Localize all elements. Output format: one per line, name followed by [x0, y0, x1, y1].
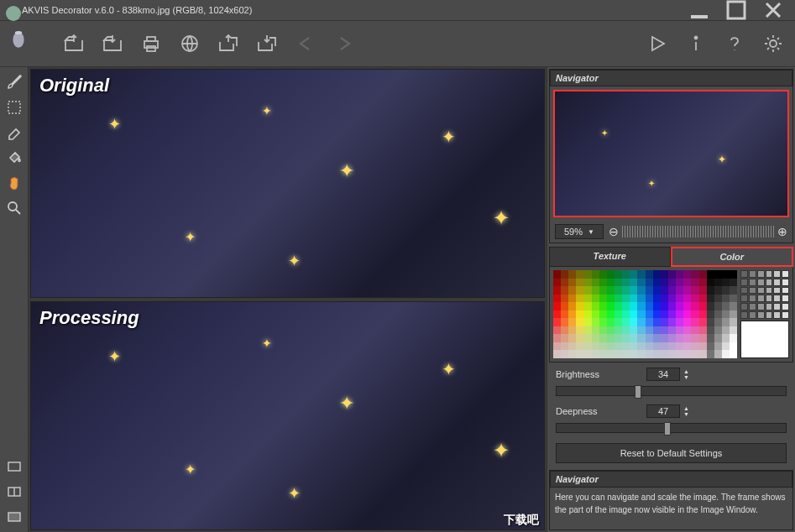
original-viewport[interactable]: ✦ ✦ ✦ ✦ ✦ ✦ ✦ Original — [30, 69, 545, 298]
undo-button[interactable] — [290, 29, 321, 59]
save-button[interactable] — [97, 29, 128, 59]
svg-point-4 — [15, 31, 22, 34]
info-button[interactable] — [681, 29, 711, 59]
deepness-value[interactable]: 47 — [646, 404, 680, 418]
export-preset-button[interactable] — [252, 29, 282, 59]
brightness-label: Brightness — [556, 369, 640, 379]
left-toolbar — [0, 67, 29, 532]
share-button[interactable] — [175, 29, 205, 59]
tab-color[interactable]: Color — [671, 247, 794, 267]
dropdown-triangle-icon: ▼ — [588, 228, 594, 236]
hand-tool[interactable] — [3, 171, 26, 195]
help-button[interactable] — [719, 29, 750, 59]
deepness-label: Deepness — [556, 406, 640, 416]
navigator-preview[interactable]: ✦ ✦ ✦ — [553, 90, 789, 217]
help-text: Here you can navigate and scale the imag… — [550, 488, 792, 519]
close-button[interactable] — [755, 0, 792, 20]
navigator-title: Navigator — [550, 70, 792, 86]
custom-swatches[interactable] — [740, 270, 789, 319]
redo-button[interactable] — [329, 29, 359, 59]
right-panel: Navigator ✦ ✦ ✦ 59% ▼ ⊖ ⊕ Texture Colo — [547, 67, 795, 532]
zoom-dropdown[interactable]: 59% ▼ — [555, 224, 604, 239]
zoom-out-icon[interactable]: ⊖ — [609, 225, 619, 238]
app-logo-icon — [3, 3, 17, 17]
selected-color-swatch[interactable] — [740, 321, 789, 358]
print-button[interactable] — [136, 29, 166, 59]
canvas-area: ✦ ✦ ✦ ✦ ✦ ✦ ✦ Original ✦ ✦ ✦ ✦ ✦ ✦ ✦ Pro… — [29, 67, 547, 532]
view-result-button[interactable] — [3, 505, 26, 529]
zoom-in-icon[interactable]: ⊕ — [777, 225, 787, 238]
main-toolbar — [0, 20, 795, 67]
svg-point-10 — [770, 40, 777, 47]
zoom-tool[interactable] — [3, 196, 26, 220]
brightness-value[interactable]: 34 — [646, 368, 680, 381]
svg-rect-16 — [8, 513, 20, 521]
tab-texture[interactable]: Texture — [549, 247, 671, 267]
brush-tool[interactable] — [3, 70, 26, 94]
bucket-tool[interactable] — [3, 146, 26, 170]
maximize-button[interactable] — [718, 0, 755, 20]
svg-rect-1 — [691, 15, 708, 18]
svg-rect-11 — [8, 102, 20, 113]
window-title: AKVIS Decorator v.6.0 - 838kmo.jpg (RGB/… — [22, 5, 681, 15]
brightness-stepper[interactable]: ▲▼ — [683, 368, 689, 380]
import-preset-button[interactable] — [213, 29, 243, 59]
svg-rect-6 — [147, 37, 155, 41]
title-bar: AKVIS Decorator v.6.0 - 838kmo.jpg (RGB/… — [0, 0, 795, 20]
svg-rect-7 — [147, 46, 155, 51]
marquee-tool[interactable] — [3, 96, 26, 119]
settings-button[interactable] — [758, 29, 788, 59]
svg-point-9 — [695, 37, 698, 39]
processing-viewport[interactable]: ✦ ✦ ✦ ✦ ✦ ✦ ✦ Processing 下载吧 — [30, 301, 545, 530]
open-button[interactable] — [59, 29, 89, 59]
minimize-button[interactable] — [681, 0, 718, 20]
view-original-button[interactable] — [3, 455, 26, 478]
brightness-slider[interactable] — [556, 386, 787, 396]
deepness-slider[interactable] — [556, 423, 787, 433]
eraser-tool[interactable] — [3, 121, 26, 144]
svg-point-0 — [6, 6, 21, 21]
processing-label: Processing — [39, 307, 139, 329]
svg-rect-2 — [728, 2, 745, 18]
view-split-button[interactable] — [3, 480, 26, 503]
svg-point-12 — [8, 202, 17, 211]
original-label: Original — [39, 75, 109, 96]
help-title: Navigator — [550, 471, 792, 488]
color-palette[interactable] — [553, 270, 737, 358]
zoom-value: 59% — [564, 227, 583, 237]
run-button[interactable] — [642, 29, 672, 59]
zoom-slider[interactable] — [622, 226, 774, 237]
deepness-stepper[interactable]: ▲▼ — [683, 405, 689, 417]
decorator-logo-icon — [7, 27, 40, 60]
svg-rect-13 — [8, 462, 20, 471]
watermark-text: 下载吧 — [504, 513, 539, 528]
reset-button[interactable]: Reset to Default Settings — [556, 443, 787, 463]
